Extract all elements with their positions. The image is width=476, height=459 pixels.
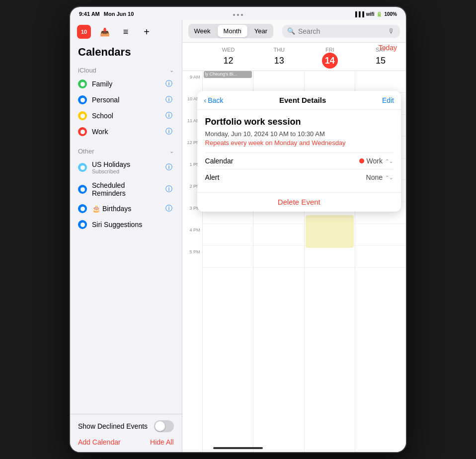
calendar-item-us-holidays[interactable]: US Holidays Subscribed ⓘ: [74, 157, 178, 178]
family-info-icon[interactable]: ⓘ: [164, 79, 174, 88]
add-icon[interactable]: +: [140, 25, 154, 39]
inbox-icon[interactable]: 📥: [98, 25, 112, 39]
calendar-item-reminders[interactable]: Scheduled Reminders ⓘ: [74, 178, 178, 201]
delete-event-row: Delete Event: [197, 192, 401, 212]
sat-num: 15: [373, 53, 389, 69]
work-label: Work: [92, 128, 159, 136]
popup-title: Event Details: [223, 96, 382, 104]
thu-name: THU: [254, 47, 305, 53]
reminders-info-icon[interactable]: ⓘ: [164, 185, 174, 194]
status-bar: 9:41 AM Mon Jun 10 ▐▐▐ wifi 🔋 100%: [70, 7, 406, 20]
sidebar-title: Calendars: [70, 44, 182, 63]
birthdays-label: 🎂 Birthdays: [92, 205, 159, 213]
signal-icon: ▐▐▐: [353, 11, 364, 17]
work-info-icon[interactable]: ⓘ: [164, 127, 174, 136]
us-holidays-dot: [78, 163, 87, 172]
reminders-dot: [78, 185, 87, 194]
hide-all-button[interactable]: Hide All: [150, 438, 173, 446]
home-indicator: [213, 447, 263, 449]
calendar-row-label: Calendar: [205, 157, 359, 165]
calendar-item-birthdays[interactable]: 🎂 Birthdays ⓘ: [74, 201, 178, 217]
sidebar-content: iCloud ⌄ Family ⓘ Personal ⓘ: [70, 63, 182, 414]
back-label: Back: [208, 96, 223, 104]
calendar-item-work[interactable]: Work ⓘ: [74, 124, 178, 140]
mic-icon[interactable]: 🎙: [388, 27, 395, 35]
popup-body: Portfolio work session Monday, Jun 10, 2…: [197, 110, 401, 192]
other-chevron: ⌄: [169, 148, 174, 154]
fri-num-today: 14: [322, 53, 338, 69]
year-view-button[interactable]: Year: [248, 24, 273, 38]
calendar-item-siri[interactable]: Siri Suggestions: [74, 217, 178, 232]
us-holidays-info-icon[interactable]: ⓘ: [164, 163, 174, 172]
event-cheungs[interactable]: ly Cheung's Bi...: [204, 71, 252, 78]
week-view-button[interactable]: Week: [188, 24, 217, 38]
list-icon[interactable]: ≡: [119, 25, 133, 39]
toggle-knob: [155, 421, 165, 431]
time-label-5pm: 5 PM: [182, 250, 202, 272]
calendar-row: Calendar Work ⌃⌄: [205, 153, 393, 169]
school-dot: [78, 111, 87, 120]
show-declined-label: Show Declined Events: [78, 422, 148, 430]
event-repeat-text: Repeats every week on Monday and Wednesd…: [205, 139, 393, 147]
search-icon: 🔍: [287, 27, 295, 35]
personal-label: Personal: [92, 96, 159, 104]
thu-num: 13: [271, 53, 287, 69]
calendar-value: Work: [367, 157, 383, 165]
wed-num: 12: [221, 53, 237, 69]
back-chevron-icon: ‹: [204, 96, 207, 104]
family-label: Family: [92, 80, 159, 88]
week-header: WED 12 THU 13 FRI 14 SAT 15: [182, 43, 406, 71]
family-dot: [78, 79, 87, 88]
school-info-icon[interactable]: ⓘ: [164, 111, 174, 120]
event-yellow2-fri[interactable]: [306, 215, 354, 248]
siri-dot: [78, 220, 87, 229]
day-col-wed: WED 12: [203, 47, 254, 69]
chevron-updown-icon: ⌃⌄: [385, 158, 393, 164]
month-view-button[interactable]: Month: [218, 25, 247, 37]
time-label-4pm: 4 PM: [182, 228, 202, 250]
calendar-grid: 9 AM 10 AM 11 AM 12 PM 1 PM 2 PM 3 PM 4 …: [182, 71, 406, 452]
icloud-chevron: ⌄: [169, 67, 174, 74]
calendar-item-personal[interactable]: Personal ⓘ: [74, 92, 178, 108]
alert-chevron-icon: ⌃⌄: [385, 175, 393, 180]
event-detail-popup: ‹ Back Event Details Edit Portfolio work…: [197, 91, 401, 212]
wed-name: WED: [203, 47, 254, 53]
app-area: 10 📥 ≡ + Calendars iCloud ⌄ Family: [70, 20, 406, 452]
sidebar: 10 📥 ≡ + Calendars iCloud ⌄ Family: [70, 20, 182, 452]
battery-pct: 100%: [384, 11, 397, 17]
calendar-tab-icon[interactable]: 10: [77, 25, 91, 39]
sidebar-toolbar: 10 📥 ≡ +: [70, 20, 182, 44]
other-section-header[interactable]: Other ⌄: [74, 144, 178, 157]
battery-icon: 🔋: [376, 11, 382, 17]
event-title: Portfolio work session: [205, 117, 393, 127]
ipad-frame: 9:41 AM Mon Jun 10 ▐▐▐ wifi 🔋 100% 10 📥 …: [69, 6, 407, 453]
popup-header: ‹ Back Event Details Edit: [197, 91, 401, 110]
sidebar-footer: Show Declined Events Add Calendar Hide A…: [70, 414, 182, 452]
siri-label: Siri Suggestions: [92, 221, 174, 229]
delete-event-button[interactable]: Delete Event: [205, 198, 393, 206]
other-label: Other: [78, 148, 94, 155]
view-buttons: Week Month Year: [188, 24, 273, 38]
popup-edit-button[interactable]: Edit: [382, 96, 394, 104]
show-declined-toggle[interactable]: [154, 420, 174, 432]
reminders-label: Scheduled Reminders: [92, 181, 159, 197]
today-button[interactable]: Today: [375, 42, 401, 54]
event-date-time: Monday, Jun 10, 2024 10 AM to 10:30 AM: [205, 130, 393, 138]
calendar-item-school[interactable]: School ⓘ: [74, 108, 178, 124]
alert-row-value: None ⌃⌄: [366, 173, 393, 181]
search-input[interactable]: [298, 27, 385, 35]
day-col-thu: THU 13: [254, 47, 305, 69]
work-dot: [78, 127, 87, 136]
alert-row: Alert None ⌃⌄: [205, 169, 393, 185]
icloud-section-header[interactable]: iCloud ⌄: [74, 63, 178, 76]
alert-row-label: Alert: [205, 173, 366, 181]
sidebar-bottom-buttons: Add Calendar Hide All: [78, 438, 174, 446]
personal-info-icon[interactable]: ⓘ: [164, 95, 174, 104]
add-calendar-button[interactable]: Add Calendar: [78, 438, 121, 446]
popup-back-button[interactable]: ‹ Back: [204, 96, 224, 104]
calendar-row-value: Work ⌃⌄: [359, 157, 393, 165]
birthdays-info-icon[interactable]: ⓘ: [164, 204, 174, 213]
calendar-item-family[interactable]: Family ⓘ: [74, 76, 178, 92]
school-label: School: [92, 112, 159, 120]
status-date: Mon Jun 10: [104, 11, 134, 17]
